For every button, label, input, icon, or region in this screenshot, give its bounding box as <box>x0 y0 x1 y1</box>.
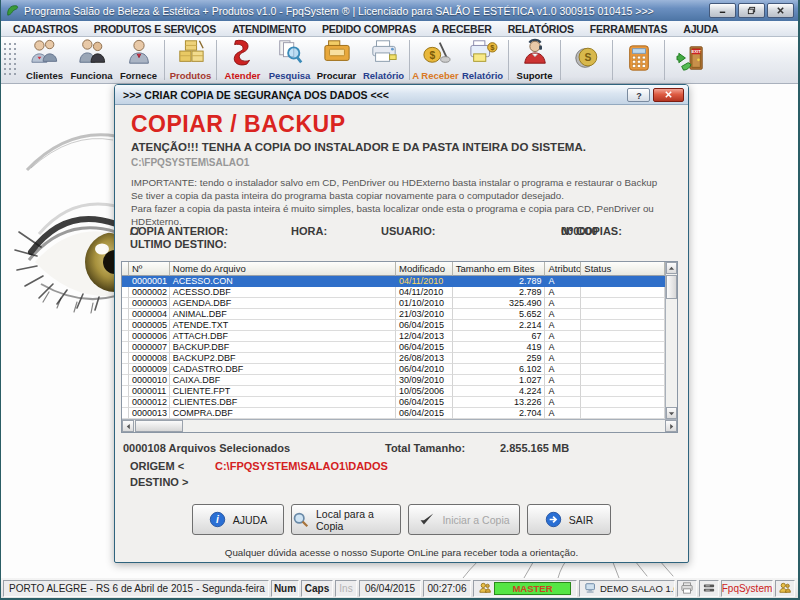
table-cell <box>122 353 129 364</box>
horizontal-scroll-thumb[interactable] <box>135 420 183 432</box>
button-label: Iniciar a Copia <box>442 514 509 526</box>
toolbar-funciona[interactable]: Funciona <box>68 38 115 82</box>
table-cell: 0000005 <box>129 320 170 331</box>
table-cell: 0000010 <box>129 375 170 386</box>
table-row[interactable]: 0000001ACESSO.CON04/11/20102.789A <box>122 276 665 287</box>
ajuda-button[interactable]: iAJUDA <box>192 504 284 535</box>
table-cell: A <box>545 342 581 353</box>
table-cell <box>122 276 129 287</box>
column-header[interactable]: Nome do Arquivo <box>170 262 396 276</box>
sair-button[interactable]: SAIR <box>527 504 611 535</box>
table-row[interactable]: 0000009CADASTRO.DBF06/04/20106.102A <box>122 364 665 375</box>
scroll-left-icon[interactable] <box>122 420 134 432</box>
toolbar-a-receber[interactable]: $A Receber <box>412 38 459 82</box>
toolbar-produtos[interactable]: Produtos <box>167 38 214 82</box>
table-row[interactable]: 0000005ATENDE.TXT06/04/20152.214A <box>122 320 665 331</box>
table-cell: 06/04/2010 <box>396 364 453 375</box>
table-cell <box>581 331 665 342</box>
toolbar-fornece[interactable]: Fornece <box>115 38 162 82</box>
svg-text:?: ? <box>636 90 642 100</box>
table-cell: 0000009 <box>129 364 170 375</box>
dialog-close-icon[interactable] <box>653 88 684 102</box>
menu-relatórios[interactable]: RELATÓRIOS <box>500 23 582 35</box>
vertical-scrollbar[interactable] <box>665 262 677 419</box>
table-row[interactable]: 0000008BACKUP2.DBF26/08/2013259A <box>122 353 665 364</box>
table-row[interactable]: 0000010CAIXA.DBF30/09/20101.027A <box>122 375 665 386</box>
svg-text:$: $ <box>429 50 435 61</box>
table-cell <box>581 397 665 408</box>
table-row[interactable]: 0000004ANIMAL.DBF21/03/20105.652A <box>122 309 665 320</box>
status-network[interactable] <box>699 580 719 597</box>
scroll-up-icon[interactable] <box>666 262 677 274</box>
toolbar-label: Suporte <box>517 70 553 81</box>
table-cell: 1.027 <box>453 375 546 386</box>
files-selected-count: 0000108 Arquivos Selecionados <box>123 442 290 454</box>
toolbar-relatório[interactable]: $Relatório <box>459 38 506 82</box>
status-location: PORTO ALEGRE - RS 6 de Abril de 2015 - S… <box>3 580 269 597</box>
menu-a-receber[interactable]: A RECEBER <box>424 23 500 35</box>
vertical-scroll-thumb[interactable] <box>666 275 677 299</box>
scroll-down-icon[interactable] <box>666 407 677 419</box>
horizontal-scrollbar[interactable] <box>122 419 677 432</box>
scroll-right-icon[interactable] <box>665 420 677 432</box>
status-users[interactable] <box>775 580 795 597</box>
column-header[interactable]: Modificado <box>396 262 453 276</box>
table-cell <box>581 386 665 397</box>
toolbar-coin-icon[interactable]: S <box>563 38 610 82</box>
column-header[interactable]: Atributo <box>545 262 581 276</box>
column-header[interactable]: Status <box>581 262 665 276</box>
column-header[interactable] <box>122 262 129 276</box>
status-printer[interactable] <box>677 580 697 597</box>
minimize-icon[interactable] <box>709 3 736 18</box>
report-printer-icon <box>369 38 399 70</box>
table-cell <box>122 287 129 298</box>
toolbar-atender[interactable]: Atender <box>219 38 266 82</box>
restore-icon[interactable] <box>738 3 765 18</box>
menu-ferramentas[interactable]: FERRAMENTAS <box>582 23 676 35</box>
total-size-value: 2.855.165 MB <box>500 442 569 454</box>
dialog-title: >>> CRIAR COPIA DE SEGURANÇA DOS DADOS <… <box>123 89 389 101</box>
menu-cadastros[interactable]: CADASTROS <box>5 23 86 35</box>
menu-atendimento[interactable]: ATENDIMENTO <box>224 23 314 35</box>
table-row[interactable]: 0000006ATTACH.DBF12/04/201367A <box>122 331 665 342</box>
menu-pedido-compras[interactable]: PEDIDO COMPRAS <box>314 23 424 35</box>
table-row[interactable]: 0000002ACESSO.DBF04/11/20102.789A <box>122 287 665 298</box>
table-cell: 0000012 <box>129 397 170 408</box>
table-row[interactable]: 0000013COMPRA.DBF06/04/20152.704A <box>122 408 665 419</box>
local-para-a-copia-button[interactable]: Local para a Copia <box>291 504 401 535</box>
table-cell: COMPRA.DBF <box>170 408 396 419</box>
table-cell <box>122 397 129 408</box>
column-header[interactable]: Tamanho em Bites <box>453 262 546 276</box>
toolbar-pesquisa[interactable]: Pesquisa <box>266 38 313 82</box>
toolbar-grip[interactable] <box>3 42 19 78</box>
toolbar-calculator-icon[interactable] <box>615 38 662 82</box>
toolbar-clientes[interactable]: Clientes <box>21 38 68 82</box>
find-drawer-icon <box>322 38 352 70</box>
menu-produtos-e-serviços[interactable]: PRODUTOS E SERVIÇOS <box>86 23 224 35</box>
table-cell: 06/04/2015 <box>396 408 453 419</box>
toolbar-procurar[interactable]: Procurar <box>313 38 360 82</box>
toolbar: ClientesFuncionaForneceProdutosAtenderPe… <box>1 37 798 84</box>
search-docs-icon <box>275 38 305 70</box>
info-icon: i <box>209 511 226 528</box>
toolbar-exit-door-icon[interactable]: EXIT <box>667 38 714 82</box>
table-row[interactable]: 0000007BACKUP.DBF06/04/2015419A <box>122 342 665 353</box>
table-row[interactable]: 0000003AGENDA.DBF01/10/2010325.490A <box>122 298 665 309</box>
table-cell: A <box>545 397 581 408</box>
column-header[interactable]: Nº <box>129 262 170 276</box>
table-cell: A <box>545 320 581 331</box>
toolbar-label: Procurar <box>317 70 357 81</box>
products-boxes-icon <box>176 38 206 70</box>
toolbar-label: Pesquisa <box>269 70 311 81</box>
status-insert: Ins <box>335 580 357 597</box>
table-row[interactable]: 0000012CLIENTES.DBF06/04/201513.226A <box>122 397 665 408</box>
ncopias-value: 000000 <box>561 225 598 237</box>
dialog-help-icon[interactable]: ? <box>627 88 650 102</box>
table-row[interactable]: 0000011CLIENTE.FPT10/05/20064.224A <box>122 386 665 397</box>
search-icon <box>292 511 309 528</box>
toolbar-suporte[interactable]: Suporte <box>511 38 558 82</box>
close-icon[interactable] <box>767 3 794 18</box>
menu-ajuda[interactable]: AJUDA <box>675 23 726 35</box>
toolbar-relatório[interactable]: Relatório <box>360 38 407 82</box>
copia-anterior-label: COPIA ANTERIOR: <box>130 225 228 237</box>
